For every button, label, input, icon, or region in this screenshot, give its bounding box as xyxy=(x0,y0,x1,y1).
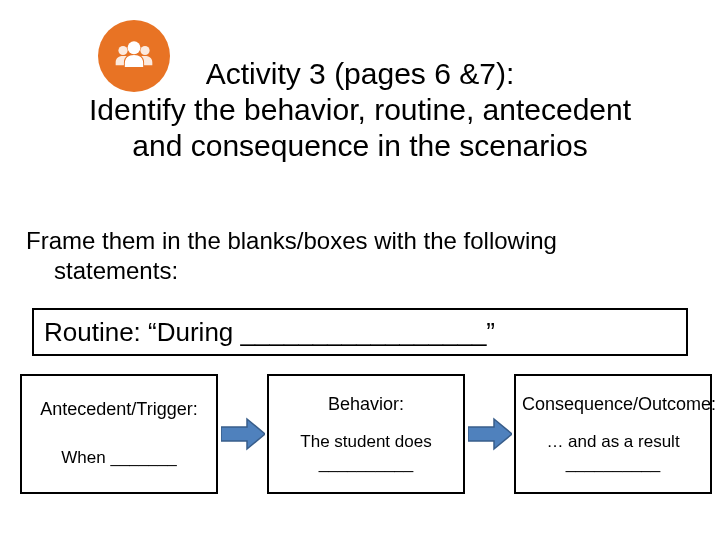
consequence-box: Consequence/Outcome: … and as a result _… xyxy=(514,374,712,494)
routine-box: Routine: “During _________________” xyxy=(32,308,688,356)
consequence-sub: … and as a result __________ xyxy=(522,431,704,474)
title-line-1: Activity 3 (pages 6 &7): xyxy=(40,56,680,92)
behavior-header: Behavior: xyxy=(275,394,457,415)
svg-marker-3 xyxy=(221,419,265,449)
title-line-3: and consequence in the scenarios xyxy=(40,128,680,164)
antecedent-box: Antecedent/Trigger: When _______ xyxy=(20,374,218,494)
svg-marker-4 xyxy=(468,419,512,449)
antecedent-sub: When _______ xyxy=(28,447,210,468)
svg-point-1 xyxy=(118,46,127,55)
antecedent-header: Antecedent/Trigger: xyxy=(28,399,210,420)
svg-point-0 xyxy=(128,41,141,54)
svg-point-2 xyxy=(140,46,149,55)
flow-row: Antecedent/Trigger: When _______ Behavio… xyxy=(20,374,712,494)
arrow-icon xyxy=(221,417,265,451)
arrow-icon xyxy=(468,417,512,451)
intro-line-1: Frame them in the blanks/boxes with the … xyxy=(26,227,557,254)
title-line-2: Identify the behavior, routine, antecede… xyxy=(40,92,680,128)
page-title: Activity 3 (pages 6 &7): Identify the be… xyxy=(40,56,680,164)
behavior-sub: The student does __________ xyxy=(275,431,457,474)
routine-text: Routine: “During _________________” xyxy=(44,317,495,348)
intro-text: Frame them in the blanks/boxes with the … xyxy=(26,226,680,286)
behavior-box: Behavior: The student does __________ xyxy=(267,374,465,494)
consequence-header: Consequence/Outcome: xyxy=(522,394,704,415)
intro-line-2: statements: xyxy=(26,256,680,286)
